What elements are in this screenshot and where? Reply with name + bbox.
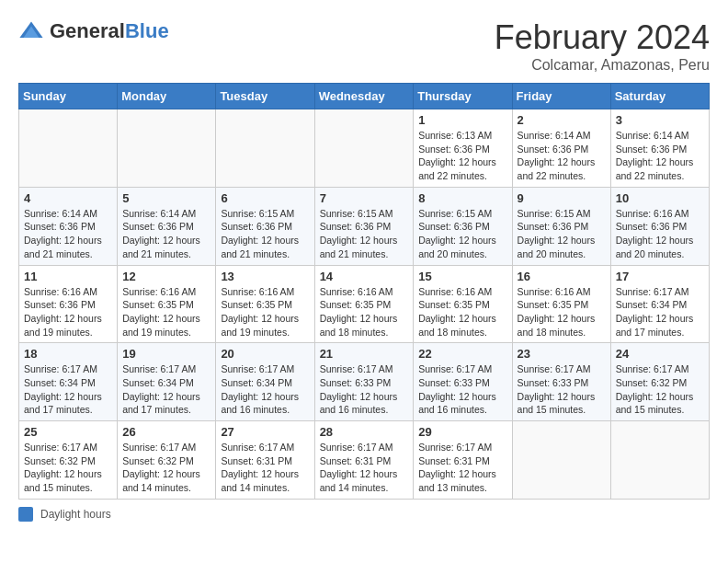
day-number: 12 [122, 270, 210, 283]
day-number: 17 [616, 270, 704, 283]
calendar-cell: 4Sunrise: 6:14 AM Sunset: 6:36 PM Daylig… [19, 187, 118, 265]
calendar-week-5: 25Sunrise: 6:17 AM Sunset: 6:32 PM Dayli… [19, 421, 710, 500]
day-info: Sunrise: 6:17 AM Sunset: 6:34 PM Dayligh… [221, 362, 309, 417]
calendar-cell [118, 109, 216, 188]
logo: GeneralBlue [18, 18, 169, 44]
calendar-cell [19, 109, 118, 188]
day-info: Sunrise: 6:17 AM Sunset: 6:31 PM Dayligh… [221, 441, 309, 495]
day-number: 4 [24, 191, 112, 205]
day-number: 14 [320, 270, 409, 283]
calendar-cell: 7Sunrise: 6:15 AM Sunset: 6:36 PM Daylig… [314, 187, 414, 265]
day-info: Sunrise: 6:14 AM Sunset: 6:36 PM Dayligh… [24, 207, 112, 261]
day-info: Sunrise: 6:17 AM Sunset: 6:31 PM Dayligh… [320, 441, 409, 495]
day-info: Sunrise: 6:16 AM Sunset: 6:35 PM Dayligh… [518, 285, 606, 339]
calendar-cell: 9Sunrise: 6:15 AM Sunset: 6:36 PM Daylig… [512, 187, 610, 265]
day-info: Sunrise: 6:16 AM Sunset: 6:35 PM Dayligh… [320, 285, 409, 339]
day-info: Sunrise: 6:17 AM Sunset: 6:33 PM Dayligh… [518, 362, 606, 417]
calendar-cell: 14Sunrise: 6:16 AM Sunset: 6:35 PM Dayli… [314, 265, 414, 343]
day-number: 16 [518, 270, 606, 283]
day-info: Sunrise: 6:16 AM Sunset: 6:36 PM Dayligh… [616, 207, 704, 261]
calendar-cell: 17Sunrise: 6:17 AM Sunset: 6:34 PM Dayli… [610, 265, 709, 343]
day-info: Sunrise: 6:14 AM Sunset: 6:36 PM Dayligh… [122, 207, 210, 261]
day-info: Sunrise: 6:17 AM Sunset: 6:31 PM Dayligh… [418, 441, 506, 495]
day-number: 24 [616, 347, 704, 361]
location-title: Colcamar, Amazonas, Peru [495, 57, 710, 74]
calendar-week-4: 18Sunrise: 6:17 AM Sunset: 6:34 PM Dayli… [19, 343, 710, 421]
day-info: Sunrise: 6:16 AM Sunset: 6:36 PM Dayligh… [24, 285, 112, 339]
calendar-cell: 2Sunrise: 6:14 AM Sunset: 6:36 PM Daylig… [512, 109, 610, 188]
calendar-cell [314, 109, 414, 188]
day-number: 7 [320, 191, 409, 205]
calendar-cell [512, 421, 610, 500]
day-info: Sunrise: 6:15 AM Sunset: 6:36 PM Dayligh… [418, 207, 506, 261]
calendar-cell: 12Sunrise: 6:16 AM Sunset: 6:35 PM Dayli… [118, 265, 216, 343]
day-info: Sunrise: 6:17 AM Sunset: 6:32 PM Dayligh… [616, 362, 704, 417]
day-info: Sunrise: 6:16 AM Sunset: 6:35 PM Dayligh… [122, 285, 210, 339]
day-number: 6 [221, 191, 309, 205]
day-number: 10 [616, 191, 704, 205]
calendar-week-2: 4Sunrise: 6:14 AM Sunset: 6:36 PM Daylig… [19, 187, 710, 265]
weekday-header-friday: Friday [512, 84, 610, 109]
day-number: 29 [418, 425, 506, 439]
day-number: 28 [320, 425, 409, 439]
calendar-cell: 29Sunrise: 6:17 AM Sunset: 6:31 PM Dayli… [414, 421, 512, 500]
weekday-header-saturday: Saturday [610, 84, 709, 109]
day-number: 8 [418, 191, 506, 205]
calendar-cell: 24Sunrise: 6:17 AM Sunset: 6:32 PM Dayli… [610, 343, 709, 421]
calendar-cell: 21Sunrise: 6:17 AM Sunset: 6:33 PM Dayli… [314, 343, 414, 421]
calendar-cell: 13Sunrise: 6:16 AM Sunset: 6:35 PM Dayli… [216, 265, 314, 343]
day-number: 1 [418, 113, 506, 127]
day-number: 9 [518, 191, 606, 205]
day-number: 18 [24, 347, 112, 361]
day-number: 22 [418, 347, 506, 361]
legend-area: Daylight hours [18, 507, 710, 522]
day-info: Sunrise: 6:17 AM Sunset: 6:33 PM Dayligh… [320, 362, 409, 417]
page-header: GeneralBlue February 2024 Colcamar, Amaz… [18, 18, 710, 74]
legend-label: Daylight hours [40, 508, 111, 521]
logo-blue: Blue [125, 19, 169, 42]
calendar-cell: 28Sunrise: 6:17 AM Sunset: 6:31 PM Dayli… [314, 421, 414, 500]
calendar-cell: 11Sunrise: 6:16 AM Sunset: 6:36 PM Dayli… [19, 265, 118, 343]
day-info: Sunrise: 6:17 AM Sunset: 6:32 PM Dayligh… [24, 441, 112, 495]
calendar-week-1: 1Sunrise: 6:13 AM Sunset: 6:36 PM Daylig… [19, 109, 710, 188]
calendar-cell: 8Sunrise: 6:15 AM Sunset: 6:36 PM Daylig… [414, 187, 512, 265]
calendar-cell: 6Sunrise: 6:15 AM Sunset: 6:36 PM Daylig… [216, 187, 314, 265]
weekday-header-monday: Monday [118, 84, 216, 109]
calendar-cell: 18Sunrise: 6:17 AM Sunset: 6:34 PM Dayli… [19, 343, 118, 421]
day-info: Sunrise: 6:17 AM Sunset: 6:34 PM Dayligh… [616, 285, 704, 339]
day-number: 11 [24, 270, 112, 283]
day-number: 5 [122, 191, 210, 205]
day-info: Sunrise: 6:15 AM Sunset: 6:36 PM Dayligh… [221, 207, 309, 261]
logo-icon [18, 18, 44, 44]
day-number: 25 [24, 425, 112, 439]
calendar-cell [610, 421, 709, 500]
calendar-cell: 22Sunrise: 6:17 AM Sunset: 6:33 PM Dayli… [414, 343, 512, 421]
calendar-cell: 1Sunrise: 6:13 AM Sunset: 6:36 PM Daylig… [414, 109, 512, 188]
day-info: Sunrise: 6:17 AM Sunset: 6:33 PM Dayligh… [418, 362, 506, 417]
weekday-header-tuesday: Tuesday [216, 84, 314, 109]
day-number: 23 [518, 347, 606, 361]
day-number: 3 [616, 113, 704, 127]
calendar-cell: 27Sunrise: 6:17 AM Sunset: 6:31 PM Dayli… [216, 421, 314, 500]
day-info: Sunrise: 6:16 AM Sunset: 6:35 PM Dayligh… [418, 285, 506, 339]
calendar-cell [216, 109, 314, 188]
weekday-header-thursday: Thursday [414, 84, 512, 109]
month-title: February 2024 [495, 18, 710, 57]
title-area: February 2024 Colcamar, Amazonas, Peru [495, 18, 710, 74]
day-number: 27 [221, 425, 309, 439]
calendar-cell: 23Sunrise: 6:17 AM Sunset: 6:33 PM Dayli… [512, 343, 610, 421]
day-info: Sunrise: 6:17 AM Sunset: 6:34 PM Dayligh… [24, 362, 112, 417]
legend-box [18, 507, 33, 522]
logo-text: GeneralBlue [50, 21, 169, 41]
calendar-cell: 5Sunrise: 6:14 AM Sunset: 6:36 PM Daylig… [118, 187, 216, 265]
calendar-week-3: 11Sunrise: 6:16 AM Sunset: 6:36 PM Dayli… [19, 265, 710, 343]
day-info: Sunrise: 6:17 AM Sunset: 6:34 PM Dayligh… [122, 362, 210, 417]
day-info: Sunrise: 6:15 AM Sunset: 6:36 PM Dayligh… [518, 207, 606, 261]
calendar-cell: 25Sunrise: 6:17 AM Sunset: 6:32 PM Dayli… [19, 421, 118, 500]
day-number: 20 [221, 347, 309, 361]
day-info: Sunrise: 6:13 AM Sunset: 6:36 PM Dayligh… [418, 129, 506, 183]
day-info: Sunrise: 6:17 AM Sunset: 6:32 PM Dayligh… [122, 441, 210, 495]
day-number: 19 [122, 347, 210, 361]
day-number: 13 [221, 270, 309, 283]
logo-general: General [50, 19, 125, 42]
